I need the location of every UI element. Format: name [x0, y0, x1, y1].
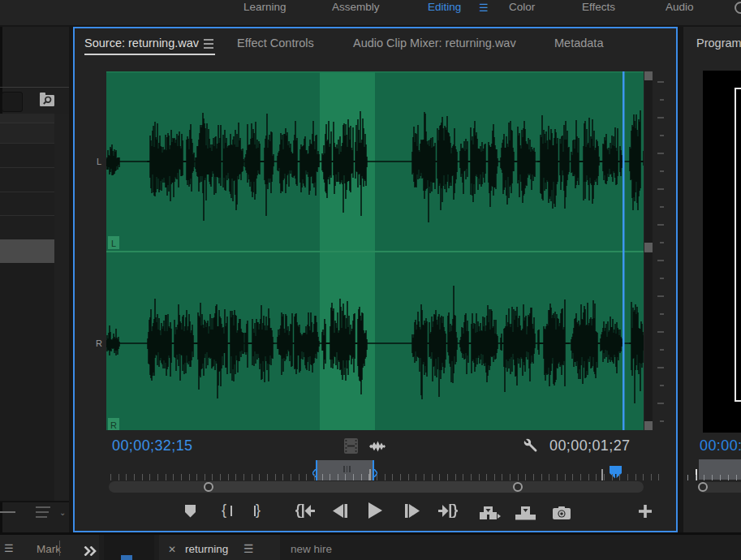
svg-text:R: R: [110, 420, 117, 430]
svg-text:L: L: [111, 239, 116, 248]
